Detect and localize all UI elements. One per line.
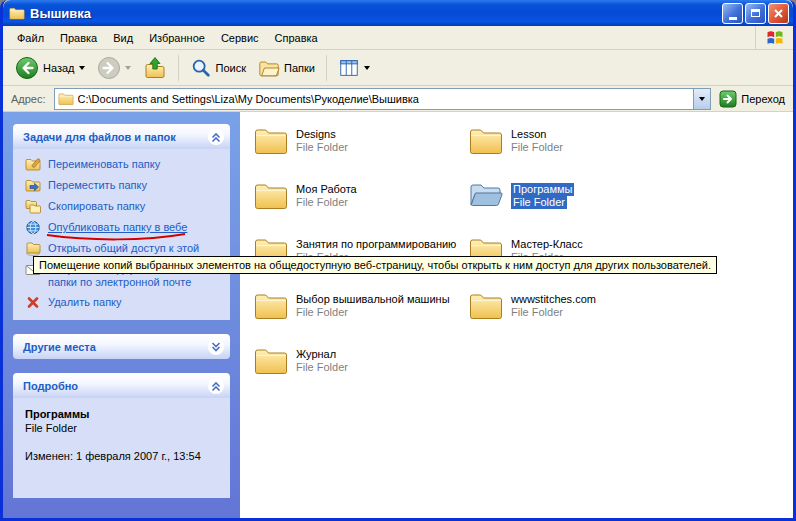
file-name[interactable]: Мастер-Класс [511,238,583,251]
maximize-button[interactable] [745,3,766,24]
views-dropdown-icon[interactable] [364,66,370,70]
folder-icon[interactable] [469,291,503,319]
folder-icon[interactable] [254,346,288,374]
other-places-panel: Другие места [13,334,230,359]
back-button[interactable]: Назад [9,53,91,83]
task-rename-folder[interactable]: Переименовать папку [25,158,224,172]
file-name[interactable]: Выбор вышивальной машины [296,293,450,306]
move-folder-icon [25,178,41,193]
menu-edit[interactable]: Правка [52,28,105,48]
menu-help[interactable]: Справка [267,28,326,48]
back-dropdown-icon[interactable] [79,66,85,70]
task-delete-folder[interactable]: Удалить папку [25,296,224,310]
file-item-zhurnal[interactable]: Журнал File Folder [254,346,469,401]
file-name[interactable]: Lesson [511,128,546,141]
task-label[interactable]: Скопировать папку [48,200,145,213]
file-item-designs[interactable]: Designs File Folder [254,126,469,181]
file-type: File Folder [296,196,348,209]
file-item-programmy-selected[interactable]: Программы File Folder [469,181,684,236]
forward-dropdown-icon [125,66,131,70]
address-dropdown-button[interactable] [693,89,710,109]
close-button[interactable] [768,3,789,24]
task-move-folder[interactable]: Переместить папку [25,179,224,193]
task-label[interactable]: Опубликовать папку в вебе [48,221,187,234]
file-type: File Folder [511,141,563,154]
file-name[interactable]: wwwstitches.com [511,293,596,306]
file-type: File Folder [296,361,348,374]
menu-view[interactable]: Вид [105,28,141,48]
maximize-icon [751,9,760,17]
address-input[interactable]: C:\Documents and Settings\Liza\My Docume… [54,88,712,110]
explorer-window: Вышивка Файл Правка Вид Избранное Сервис… [0,0,796,521]
address-bar: Адрес: C:\Documents and Settings\Liza\My… [3,86,793,112]
task-label[interactable]: Открыть общий доступ к этой [48,242,199,255]
file-type: File Folder [511,196,567,209]
file-item-wwwstitches[interactable]: wwwstitches.com File Folder [469,291,684,346]
task-label[interactable]: Удалить папку [48,296,122,309]
other-places-header[interactable]: Другие места [13,334,230,359]
views-button[interactable] [332,54,376,82]
back-label: Назад [43,62,75,74]
details-panel-header[interactable]: Подробно [13,373,230,398]
up-button[interactable] [137,53,173,83]
up-folder-icon [143,56,167,80]
rename-folder-icon [25,157,41,172]
forward-icon [97,56,121,80]
folder-icon[interactable] [469,126,503,154]
file-name[interactable]: Журнал [296,348,336,361]
go-icon [719,90,737,108]
folder-icon[interactable] [254,291,288,319]
forward-button[interactable] [91,53,137,83]
folders-label: Папки [284,62,315,74]
task-copy-folder[interactable]: Скопировать папку [25,200,224,214]
menu-file[interactable]: Файл [9,28,52,48]
folder-icon[interactable] [254,181,288,209]
go-label: Переход [741,93,785,105]
task-publish-folder-web[interactable]: Опубликовать папку в вебе [25,221,224,235]
file-list[interactable]: Designs File Folder Lesson File Folder М… [240,112,793,518]
task-pane-sidebar: Задачи для файлов и папок Переименовать … [3,112,240,518]
minimize-icon [729,17,737,20]
minimize-button[interactable] [722,3,743,24]
tasks-panel-header[interactable]: Задачи для файлов и папок [13,124,230,149]
toolbar-separator [178,55,179,81]
file-name[interactable]: Программы [511,183,574,196]
file-item-lesson[interactable]: Lesson File Folder [469,126,684,181]
task-share-folder[interactable]: Открыть общий доступ к этой [25,242,224,256]
file-type: File Folder [511,306,563,319]
copy-folder-icon [25,199,41,214]
file-item-vybor-mashiny[interactable]: Выбор вышивальной машины File Folder [254,291,469,346]
task-label[interactable]: Переместить папку [48,179,147,192]
file-item-moya-rabota[interactable]: Моя Работа File Folder [254,181,469,236]
title-bar[interactable]: Вышивка [3,0,793,26]
address-dropdown-icon [699,97,705,101]
file-name[interactable]: Моя Работа [296,183,357,196]
task-label[interactable]: Переименовать папку [48,158,160,171]
delete-x-icon [25,295,41,310]
publish-web-globe-icon [25,220,41,235]
folder-icon[interactable] [254,126,288,154]
other-places-title: Другие места [23,341,96,353]
folders-button[interactable]: Папки [252,54,321,82]
menu-tools[interactable]: Сервис [213,28,267,48]
chevron-up-icon[interactable] [207,128,225,146]
address-label: Адрес: [11,93,46,105]
go-button[interactable]: Переход [719,90,785,108]
main-area: Задачи для файлов и папок Переименовать … [3,112,793,518]
chevron-up-icon[interactable] [207,377,225,395]
chevron-down-icon[interactable] [207,338,225,356]
search-button[interactable]: Поиск [184,54,252,82]
file-name[interactable]: Занятия по программированию [296,238,456,251]
address-path[interactable]: C:\Documents and Settings\Liza\My Docume… [78,93,694,105]
share-folder-icon [25,241,41,256]
folders-icon [258,57,280,79]
details-folder-name: Программы [25,407,226,421]
windows-logo-icon [755,26,793,50]
open-folder-icon[interactable] [469,181,503,209]
details-panel-body: Программы File Folder Изменен: 1 февраля… [13,398,230,498]
menu-favorites[interactable]: Избранное [141,28,213,48]
file-name[interactable]: Designs [296,128,336,141]
back-icon [15,56,39,80]
toolbar-separator [326,55,327,81]
address-folder-icon [58,92,74,105]
